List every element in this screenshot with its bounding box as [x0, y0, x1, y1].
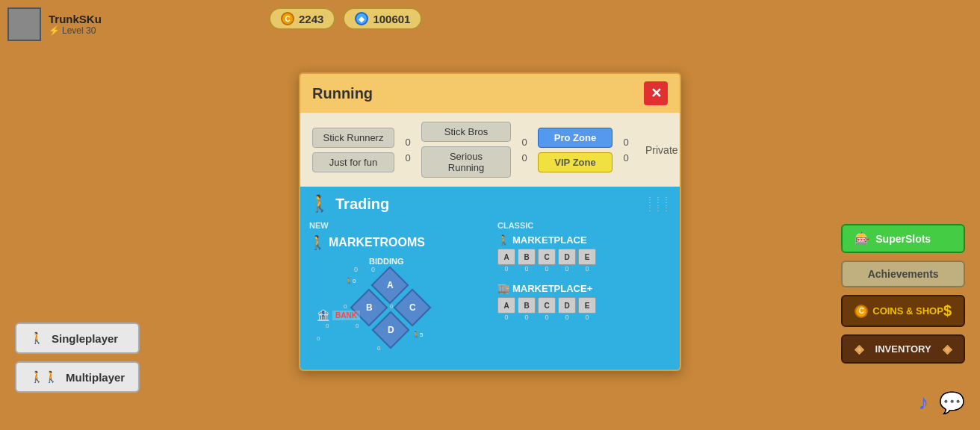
user-info: TrunkSKu ⚡Level 30 — [49, 13, 102, 36]
pro-zone-button[interactable]: Pro Zone — [538, 128, 612, 148]
person-count-right: 🚶5 — [412, 331, 423, 338]
currency-bar: C 2243 ◆ 100601 — [269, 7, 422, 30]
zone-counts: 0 0 — [618, 137, 633, 163]
left-panel: 🚶 Singleplayer 🚶🚶 Multiplayer — [15, 322, 140, 393]
classic-section: CLASSIC 🚶 MARKETPLACE A 0 B — [497, 221, 671, 361]
singleplayer-icon: 🚶 — [30, 331, 44, 345]
slot-d-2[interactable]: D — [558, 297, 576, 314]
private-label: Private — [645, 144, 678, 156]
level-icon: ⚡ — [49, 25, 60, 36]
slot-c-1[interactable]: C — [538, 249, 556, 265]
achievements-button[interactable]: Achievements — [841, 261, 965, 287]
coin-icon: C — [281, 12, 294, 25]
vip-zone-button[interactable]: VIP Zone — [538, 152, 612, 172]
gems-value: 100601 — [373, 13, 410, 25]
option-col-1: Stick Runnerz Just for fun — [312, 128, 394, 172]
dialog-title: Running — [312, 85, 373, 102]
running-options: Stick Runnerz Just for fun 0 0 Stick Bro… — [300, 113, 680, 187]
new-label: NEW — [309, 221, 483, 230]
marketplace-1: 🚶 MARKETPLACE A 0 B 0 C — [497, 234, 671, 272]
market1-icon: 🚶 — [497, 234, 509, 246]
close-button[interactable]: ✕ — [644, 81, 668, 105]
slot-a-1[interactable]: A — [497, 249, 515, 265]
gem-icon: ◆ — [355, 12, 368, 25]
right-panel: 🎰 SuperSlots Achievements C COINS & SHOP… — [841, 224, 965, 364]
super-slots-button[interactable]: 🎰 SuperSlots — [841, 224, 965, 253]
coins-shop-coin-icon: C — [855, 305, 868, 318]
bidding-label: BIDDING — [369, 257, 403, 266]
marketplace-1-slots: A 0 B 0 C 0 D 0 — [497, 249, 671, 272]
trading-panel: 🚶 Trading ⋮⋮⋮⋮⋮⋮ NEW 🚶 MARKETROOMS BIDDI… — [300, 187, 680, 370]
diamond-grid: BIDDING 0 0 A 0 🚶0 — [309, 257, 466, 361]
trading-title: 🚶 Trading — [309, 194, 389, 214]
dialog-title-bar: Running ✕ — [300, 74, 680, 113]
multiplayer-icon: 🚶🚶 — [30, 370, 58, 384]
inventory-button[interactable]: ◈ INVENTORY ◈ — [841, 334, 965, 364]
slot-c-2[interactable]: C — [538, 297, 556, 314]
slot-e-1[interactable]: E — [578, 249, 596, 265]
slot-b-2[interactable]: B — [518, 297, 536, 314]
grid-icon: ⋮⋮⋮⋮⋮⋮ — [646, 196, 671, 212]
bank-label: BANK — [332, 311, 360, 320]
level: ⚡Level 30 — [49, 25, 102, 36]
trading-header: 🚶 Trading ⋮⋮⋮⋮⋮⋮ — [309, 194, 671, 214]
coins-value: 2243 — [299, 13, 323, 25]
zone-col: Pro Zone VIP Zone — [538, 128, 612, 172]
dollar-sign: $ — [943, 302, 952, 320]
slot-d-1[interactable]: D — [558, 249, 576, 265]
slots-icon: 🎰 — [855, 231, 869, 246]
just-for-fun-button[interactable]: Just for fun — [312, 152, 394, 172]
stick-bros-button[interactable]: Stick Bros — [421, 122, 511, 142]
trading-icon: 🚶 — [309, 194, 329, 214]
music-icon[interactable]: ♪ — [918, 390, 928, 415]
top-counts: 0 0 — [354, 266, 375, 273]
inv-left-icon: ◈ — [855, 342, 863, 356]
diamond-d[interactable]: D — [377, 317, 404, 343]
classic-label: CLASSIC — [497, 221, 671, 230]
multiplayer-button[interactable]: 🚶🚶 Multiplayer — [15, 361, 140, 393]
market-icon: 🚶 — [309, 234, 326, 251]
trading-content: NEW 🚶 MARKETROOMS BIDDING 0 0 — [309, 221, 671, 361]
counts-col-2: 0 0 — [517, 137, 532, 163]
option-col-2: Stick Bros Serious Running — [421, 122, 511, 178]
slot-a-2[interactable]: A — [497, 297, 515, 314]
slot-e-2[interactable]: E — [578, 297, 596, 314]
new-section: NEW 🚶 MARKETROOMS BIDDING 0 0 — [309, 221, 483, 361]
marketplace-2-title: 🏬 MARKETPLACE+ — [497, 283, 671, 294]
singleplayer-button[interactable]: 🚶 Singleplayer — [15, 322, 140, 354]
marketplace-2-slots: A 0 B 0 C 0 D 0 — [497, 297, 671, 321]
discord-icon[interactable]: 💬 — [939, 390, 965, 415]
coins-pill: C 2243 — [269, 7, 335, 30]
marketplace-2: 🏬 MARKETPLACE+ A 0 B 0 C — [497, 283, 671, 321]
stick-runnerz-button[interactable]: Stick Runnerz — [312, 128, 394, 148]
inv-right-icon: ◈ — [943, 342, 952, 356]
avatar — [7, 7, 41, 41]
marketrooms-title: 🚶 MARKETROOMS — [309, 234, 483, 251]
slot-b-1[interactable]: B — [518, 249, 536, 265]
bank-box: 🏦 BANK — [317, 309, 360, 321]
coins-shop-button[interactable]: C COINS & SHOP $ — [841, 295, 965, 327]
serious-running-button[interactable]: Serious Running — [421, 146, 511, 178]
marketplace-1-title: 🚶 MARKETPLACE — [497, 234, 671, 246]
counts-col-1: 0 0 — [400, 137, 415, 163]
market2-icon: 🏬 — [497, 283, 509, 294]
bottom-right: ♪ 💬 — [918, 390, 965, 415]
username: TrunkSKu — [49, 13, 102, 25]
running-dialog: Running ✕ Stick Runnerz Just for fun 0 0… — [299, 72, 681, 371]
header: TrunkSKu ⚡Level 30 — [7, 7, 102, 41]
person-count-left: 🚶0 — [345, 278, 356, 284]
gems-pill: ◆ 100601 — [343, 7, 422, 30]
